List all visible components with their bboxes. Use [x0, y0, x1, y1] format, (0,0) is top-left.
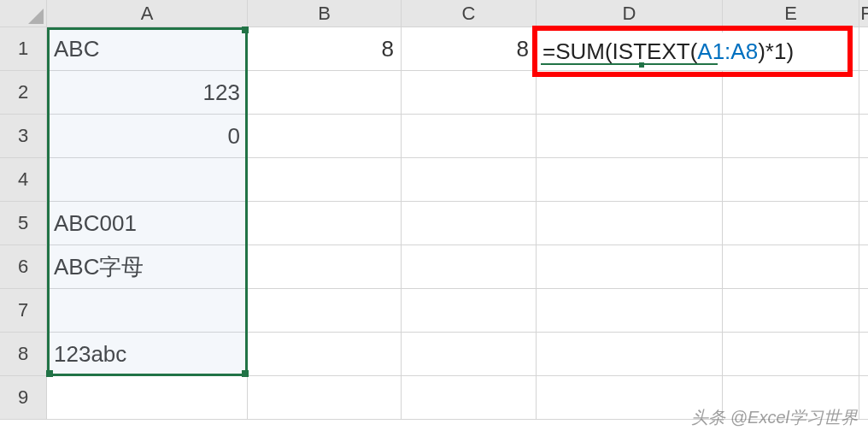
formula-editing-cell[interactable]: =SUM(ISTEXT(A1:A8)*1) [541, 32, 794, 70]
formula-text: =SUM(ISTEXT [542, 38, 690, 65]
cell-D5[interactable] [537, 202, 723, 245]
cell-A9[interactable] [47, 376, 248, 420]
row-header-9[interactable]: 9 [0, 376, 47, 420]
cell-B9[interactable] [248, 376, 402, 420]
row-header-7[interactable]: 7 [0, 289, 47, 333]
cell-F3[interactable] [859, 115, 868, 158]
cell-D4[interactable] [537, 158, 723, 202]
cell-F2[interactable] [859, 71, 868, 115]
row-header-5[interactable]: 5 [0, 202, 47, 245]
cell-E8[interactable] [723, 333, 859, 376]
cell-D2[interactable] [537, 71, 723, 115]
cell-A7[interactable] [47, 289, 248, 333]
cell-C6[interactable] [402, 245, 537, 289]
cell-B5[interactable] [248, 202, 402, 245]
cell-A8[interactable]: 123abc [47, 333, 248, 376]
cell-C1[interactable]: 8 [402, 27, 537, 71]
edit-underline [541, 63, 718, 65]
cell-E6[interactable] [723, 245, 859, 289]
cell-C2[interactable] [402, 71, 537, 115]
cell-F4[interactable] [859, 158, 868, 202]
cell-C3[interactable] [402, 115, 537, 158]
cell-B8[interactable] [248, 333, 402, 376]
cell-B2[interactable] [248, 71, 402, 115]
cell-B3[interactable] [248, 115, 402, 158]
cell-C7[interactable] [402, 289, 537, 333]
col-header-F[interactable]: F [859, 0, 868, 27]
formula-reference: A1:A8 [697, 38, 758, 65]
cell-C8[interactable] [402, 333, 537, 376]
cell-B6[interactable] [248, 245, 402, 289]
row-header-4[interactable]: 4 [0, 158, 47, 202]
formula-paren: ) [758, 38, 765, 65]
col-header-D[interactable]: D [537, 0, 723, 27]
cell-E5[interactable] [723, 202, 859, 245]
col-header-E[interactable]: E [723, 0, 859, 27]
row-header-8[interactable]: 8 [0, 333, 47, 376]
cell-A1[interactable]: ABC [47, 27, 248, 71]
cell-B4[interactable] [248, 158, 402, 202]
cell-B7[interactable] [248, 289, 402, 333]
cell-C5[interactable] [402, 202, 537, 245]
cell-E3[interactable] [723, 115, 859, 158]
row-header-1[interactable]: 1 [0, 27, 47, 71]
cell-D7[interactable] [537, 289, 723, 333]
formula-paren: ( [690, 38, 698, 65]
cell-A4[interactable] [47, 158, 248, 202]
cell-A6[interactable]: ABC字母 [47, 245, 248, 289]
cell-A3[interactable]: 0 [47, 115, 248, 158]
cell-C4[interactable] [402, 158, 537, 202]
cell-F9[interactable] [859, 376, 868, 420]
col-header-B[interactable]: B [248, 0, 402, 27]
cell-B1[interactable]: 8 [248, 27, 402, 71]
cell-E7[interactable] [723, 289, 859, 333]
cell-F6[interactable] [859, 245, 868, 289]
cell-D8[interactable] [537, 333, 723, 376]
row-header-3[interactable]: 3 [0, 115, 47, 158]
cell-E4[interactable] [723, 158, 859, 202]
cell-C9[interactable] [402, 376, 537, 420]
row-header-6[interactable]: 6 [0, 245, 47, 289]
caret-handle-icon [639, 62, 644, 68]
cell-A5[interactable]: ABC001 [47, 202, 248, 245]
cell-D6[interactable] [537, 245, 723, 289]
cell-F7[interactable] [859, 289, 868, 333]
cell-D3[interactable] [537, 115, 723, 158]
col-header-C[interactable]: C [402, 0, 537, 27]
row-header-2[interactable]: 2 [0, 71, 47, 115]
col-header-A[interactable]: A [47, 0, 248, 27]
select-all-corner[interactable] [0, 0, 47, 27]
watermark-text: 头条 @Excel学习世界 [691, 406, 858, 429]
cell-E2[interactable] [723, 71, 859, 115]
cell-F8[interactable] [859, 333, 868, 376]
cell-F5[interactable] [859, 202, 868, 245]
cell-A2[interactable]: 123 [47, 71, 248, 115]
formula-text: *1) [765, 38, 794, 65]
cell-F1[interactable] [859, 27, 868, 71]
